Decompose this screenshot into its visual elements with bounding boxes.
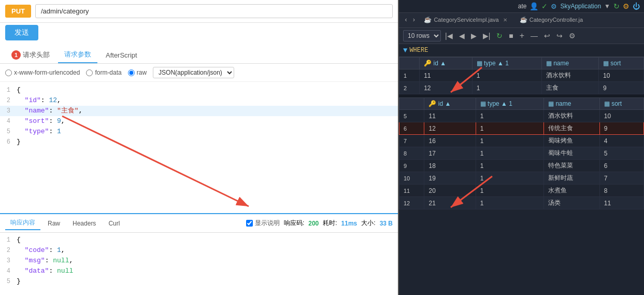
code-line-2: 2 "id": 12, (0, 95, 398, 106)
db-table-wrap: 🔑 id ▲ ▦ type ▲ 1 ▦ name ▦ sort 1 (399, 57, 644, 295)
settings-db[interactable]: ⚙ (567, 31, 578, 41)
response-size: 33 B (380, 220, 393, 227)
tab-raw[interactable]: Raw (42, 218, 65, 229)
row-num: 2 (399, 82, 420, 94)
redo-btn[interactable]: ↪ (554, 31, 565, 41)
header-tab-label: ate (518, 3, 527, 10)
right-header-top: ate 👤 ✓ ⚙ SkyApplication ▼ ↻ ⚙ ⏻ (399, 0, 644, 13)
tab-category-controller[interactable]: ☕ CategoryController.ja (513, 13, 589, 27)
table-row[interactable]: 9 18 1 特色菜菜 6 (399, 160, 644, 172)
code-line-1: 1 { (0, 85, 398, 95)
send-button[interactable]: 发送 (5, 25, 38, 40)
filter-bar: ▼ WHERE (399, 44, 644, 57)
power-icon[interactable]: ⏻ (633, 2, 640, 10)
cell-sort: 10 (598, 69, 643, 82)
file-tabs: ‹ › ☕ CategoryServiceImpl.java ✕ ☕ Categ… (399, 13, 644, 28)
col-id-1[interactable]: 🔑 id ▲ (420, 58, 472, 69)
table-row[interactable]: 12 21 1 汤类 11 (399, 197, 644, 209)
nav-prev[interactable]: ◀ (457, 31, 467, 41)
separator-btn: — (528, 31, 540, 41)
format-row: x-www-form-urlencoded form-data raw JSON… (0, 64, 398, 82)
pk-icon-2: 🔑 (428, 100, 436, 107)
url-input[interactable] (35, 4, 393, 18)
response-tabs: 响应内容 Raw Headers Curl 显示说明 响应码: 200 耗时: … (0, 213, 398, 233)
code-line-4: 4 "sort": 9, (0, 116, 398, 127)
table-icon: ▦ (477, 60, 482, 67)
cell-type: 1 (472, 69, 541, 82)
right-panel: ate 👤 ✓ ⚙ SkyApplication ▼ ↻ ⚙ ⏻ ‹ › ☕ C… (399, 0, 644, 295)
back-icon[interactable]: ‹ (402, 15, 410, 26)
refresh-db[interactable]: ↻ (494, 31, 505, 41)
close-tab-1[interactable]: ✕ (503, 17, 507, 23)
table-row[interactable]: 7 16 1 蜀味烤鱼 4 (399, 135, 644, 147)
response-code: 200 (308, 220, 319, 227)
col-id-2[interactable]: 🔑 id ▲ (424, 98, 476, 110)
cell-id: 11 (420, 69, 472, 82)
col-type-2[interactable]: ▦ type ▲ 1 (476, 98, 543, 110)
tab-headers[interactable]: Headers (67, 218, 101, 229)
tab-request-params[interactable]: 请求参数 (58, 47, 97, 63)
format-formdata[interactable]: form-data (86, 69, 121, 76)
tab-request-headers[interactable]: 1 请求头部 (5, 47, 56, 63)
format-urlencoded[interactable]: x-www-form-urlencoded (5, 69, 80, 76)
table-row[interactable]: 11 20 1 水煮鱼 8 (399, 185, 644, 197)
nav-next[interactable]: ▶ (469, 31, 479, 41)
col-name-2[interactable]: ▦ name (544, 98, 600, 110)
cell-name: 酒水饮料 (541, 69, 598, 82)
forward-icon[interactable]: › (410, 15, 418, 26)
table-row[interactable]: 5 11 1 酒水饮料 10 (399, 110, 644, 122)
resp-line-2: 2 "code": 1, (0, 245, 398, 256)
row-num: 1 (399, 69, 420, 82)
settings-icon[interactable]: ⚙ (623, 2, 629, 10)
code-line-3: 3 "name": "主食", (0, 106, 398, 116)
table-row[interactable]: 2 12 1 主食 9 (399, 82, 644, 94)
col-sort-2[interactable]: ▦ sort (599, 98, 643, 110)
db-toolbar: 10 rows |◀ ◀ ▶ ▶| ↻ ■ + — ↩ ↪ ⚙ (399, 28, 644, 44)
table-row[interactable]: 10 19 1 新鲜时蔬 7 (399, 172, 644, 185)
col-rownum-2 (399, 98, 424, 110)
format-raw[interactable]: raw (128, 69, 147, 76)
table-row-highlighted[interactable]: 6 12 1 传统主食 9 (399, 122, 644, 135)
response-body: 1 { 2 "code": 1, 3 "msg": null, 4 "data"… (0, 233, 398, 295)
cell-type: 1 (472, 82, 541, 94)
response-time: 11ms (341, 220, 357, 227)
col-sort-1[interactable]: ▦ sort (598, 58, 643, 69)
add-row[interactable]: + (518, 30, 526, 41)
code-line-6: 6 } (0, 137, 398, 147)
resp-line-5: 5 } (0, 276, 398, 287)
nav-first[interactable]: |◀ (443, 31, 455, 41)
refresh-icon[interactable]: ↻ (613, 2, 620, 10)
app-name: SkyApplication (560, 3, 601, 10)
table-icon-3: ▦ (603, 60, 609, 67)
response-meta: 显示说明 响应码: 200 耗时: 11ms 大小: 33 B (246, 219, 393, 228)
code-line-5: 5 "type": 1 (0, 127, 398, 137)
undo-btn[interactable]: ↩ (542, 31, 552, 41)
resp-line-4: 4 "data": null (0, 266, 398, 276)
tab-afterscript[interactable]: AfterScript (99, 48, 144, 62)
app-icon: ⚙ (551, 3, 557, 10)
tab-curl[interactable]: Curl (103, 218, 125, 229)
json-format-select[interactable]: JSON(application/json) (153, 67, 234, 78)
method-badge: PUT (5, 5, 31, 18)
where-label: WHERE (409, 47, 428, 54)
table-row[interactable]: 1 11 1 酒水饮料 10 (399, 69, 644, 82)
java-icon-2: ☕ (520, 16, 527, 23)
pk-icon: 🔑 (424, 60, 432, 67)
col-name-1[interactable]: ▦ name (541, 58, 598, 69)
tab-response-content[interactable]: 响应内容 (5, 216, 40, 230)
table-row[interactable]: 8 17 1 蜀味牛蛙 5 (399, 147, 644, 160)
stop-btn[interactable]: ■ (507, 31, 515, 41)
resp-line-3: 3 "msg": null, (0, 256, 398, 266)
table-icon-2: ▦ (546, 60, 552, 67)
nav-user-icon: 👤 (529, 2, 538, 10)
col-type-1[interactable]: ▦ type ▲ 1 (472, 58, 541, 69)
green-indicator: ✓ (541, 2, 548, 10)
show-desc-label[interactable]: 显示说明 (246, 219, 280, 228)
db-table-before: 🔑 id ▲ ▦ type ▲ 1 ▦ name ▦ sort 1 (399, 57, 644, 94)
tab-num-badge: 1 (11, 50, 21, 60)
rows-select[interactable]: 10 rows (403, 30, 441, 41)
nav-last[interactable]: ▶| (481, 31, 493, 41)
cell-name: 主食 (541, 82, 598, 94)
tab-category-service[interactable]: ☕ CategoryServiceImpl.java ✕ (418, 13, 513, 27)
java-icon: ☕ (424, 16, 432, 23)
